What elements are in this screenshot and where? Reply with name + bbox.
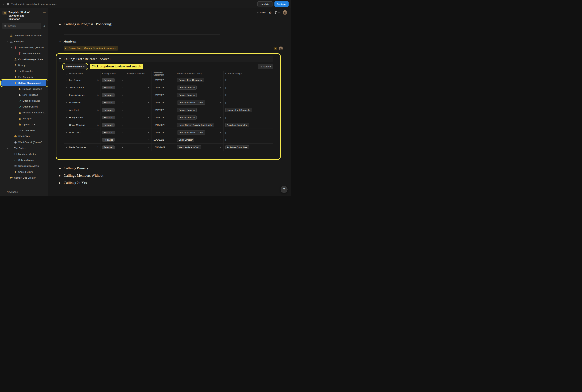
bishopric-member-cell[interactable]: [125, 136, 152, 144]
sidebar-item-template-work-of-salvatio[interactable]: Template: Work of Salvatio...: [1, 33, 46, 39]
released-sacrament-cell[interactable]: 10/9/2022: [152, 129, 175, 136]
table-row[interactable]: Francis Nichols 1 Released 10/9/2022 Pri…: [64, 91, 273, 99]
released-sacrament-cell[interactable]: 10/16/2022: [152, 121, 175, 128]
table-row[interactable]: Nevin Price 2 Released 10/9/2022 Primary…: [64, 129, 273, 144]
collapsed-triangle-icon[interactable]: ▶: [59, 167, 64, 170]
released-sacrament-cell[interactable]: 10/9/2022: [152, 84, 175, 91]
released-sacrament-cell[interactable]: 10/9/2022: [152, 76, 175, 84]
workspace-header[interactable]: Template: Work of Salvation and Exaltati…: [0, 8, 48, 22]
toggle-analysis[interactable]: ▼ Analysis: [59, 39, 283, 44]
proposed-calling-pill[interactable]: Primary Activities Leader: [177, 130, 205, 134]
calling-status-cell[interactable]: Released: [100, 76, 125, 84]
member-name[interactable]: Lee Owens: [69, 79, 81, 81]
status-pill[interactable]: Released: [102, 108, 115, 112]
sidebar-item-members-master[interactable]: Members Master: [1, 151, 46, 157]
member-name[interactable]: Tobias Garner: [69, 86, 84, 89]
table-entry-row[interactable]: Released 10/9/2022 Primary Teacher [ ]: [100, 114, 273, 121]
proposed-release-calling-cell[interactable]: Choir Director: [175, 136, 224, 144]
expand-chevron-icon[interactable]: [11, 82, 13, 84]
current-callings-cell[interactable]: [ ]: [224, 129, 273, 136]
toggle-callings-primary[interactable]: ▶ Callings Primary: [59, 166, 283, 170]
collapsed-triangle-icon[interactable]: ▶: [59, 174, 64, 177]
sidebar-item-youth-interviews[interactable]: Youth Interviews: [1, 128, 46, 134]
member-name-cell[interactable]: Tobias Garner 1: [64, 84, 100, 91]
row-expand-chevron-icon[interactable]: [65, 124, 67, 126]
member-name[interactable]: Merle Contreras: [69, 146, 86, 148]
status-pill[interactable]: Released: [102, 116, 115, 119]
sidebar-item-set-apart[interactable]: Set Apart: [1, 116, 46, 122]
table-row[interactable]: Tobias Garner 1 Released 10/9/2022 Prima…: [64, 84, 273, 91]
sidebar-item-organization-admin[interactable]: Organization Admin: [1, 163, 46, 169]
chevron-down-icon[interactable]: [121, 94, 123, 96]
proposed-calling-pill[interactable]: Ward Assistant Clerk: [177, 145, 201, 149]
calling-status-cell[interactable]: Released: [100, 129, 125, 136]
member-name-cell[interactable]: Ann Peck 1: [64, 106, 100, 114]
sidebar-item-bishopric[interactable]: Bishopric: [1, 39, 46, 44]
status-pill[interactable]: Released: [102, 78, 115, 82]
table-entry-row[interactable]: Released 10/9/2022 Primary First Counsel…: [100, 76, 273, 84]
table-entry-row[interactable]: Released 10/9/2022 Choir Director [ ]: [100, 136, 273, 144]
table-row[interactable]: Drew Mayo 1 Released 10/9/2022 Primary A…: [64, 99, 273, 106]
chevron-down-icon[interactable]: [148, 102, 150, 104]
member-name[interactable]: Oscar Manning: [69, 124, 85, 126]
chevron-down-icon[interactable]: [121, 79, 123, 81]
member-name[interactable]: Drew Mayo: [69, 101, 81, 104]
bishopric-member-cell[interactable]: [125, 76, 152, 84]
collapse-sidebar-icon[interactable]: «: [41, 24, 46, 28]
proposed-release-calling-cell[interactable]: Primary Activities Leader: [175, 99, 224, 106]
sidebar-item-2nd-counselor[interactable]: 2nd Counselor: [1, 74, 46, 80]
member-name-cell[interactable]: Francis Nichols 1: [64, 91, 100, 98]
gear-icon[interactable]: ⚙: [269, 11, 272, 14]
expanded-triangle-icon[interactable]: ▼: [59, 58, 64, 60]
status-pill[interactable]: Released: [102, 93, 115, 97]
sidebar-item-release-proposals[interactable]: Release Proposals: [1, 86, 46, 92]
status-pill[interactable]: Released: [102, 138, 115, 142]
proposed-release-calling-cell[interactable]: Primary Activities Leader: [175, 129, 224, 136]
sidebar-item-extend-releases[interactable]: Extend Releases: [1, 98, 46, 104]
calling-status-cell[interactable]: Released: [100, 99, 125, 106]
bishopric-member-cell[interactable]: [125, 129, 152, 136]
sidebar-item-callings-master[interactable]: Callings Master: [1, 157, 46, 163]
chevron-down-icon[interactable]: [121, 139, 123, 141]
member-name-cell[interactable]: Drew Mayo 1: [64, 99, 100, 106]
status-pill[interactable]: Released: [102, 131, 115, 134]
chevron-down-icon[interactable]: [220, 146, 222, 148]
sidebar-item-release-sustain-s[interactable]: Release & Sustain S...: [1, 110, 46, 116]
current-callings-cell[interactable]: [ ]: [224, 136, 273, 144]
sidebar-item-sacrament-mtg-simple[interactable]: Sacrament Mtg (Simple): [1, 44, 46, 50]
bishopric-member-cell[interactable]: [125, 144, 152, 151]
table-entry-row[interactable]: Released 10/16/2022 Relief Society Activ…: [100, 121, 273, 128]
chevron-down-icon[interactable]: [220, 132, 222, 134]
expand-chevron-icon[interactable]: [11, 46, 13, 48]
proposed-release-calling-cell[interactable]: Primary Teacher: [175, 91, 224, 98]
sidebar-item-contact-doc-creator[interactable]: Contact Doc Creator: [1, 175, 46, 181]
table-entry-row[interactable]: Released 10/9/2022 Primary Teacher [ ]: [100, 84, 273, 91]
table-row[interactable]: Merle Contreras 1 Released 10/16/2022 Wa…: [64, 144, 273, 151]
chevron-down-icon[interactable]: [148, 124, 150, 126]
chevron-down-icon[interactable]: [148, 116, 150, 118]
status-pill[interactable]: Released: [102, 123, 115, 127]
expand-chevron-icon[interactable]: [6, 147, 8, 149]
row-expand-chevron-icon[interactable]: [65, 102, 67, 104]
calling-status-cell[interactable]: Released: [100, 114, 125, 121]
calling-status-cell[interactable]: Released: [100, 136, 125, 144]
toggle-callings-in-progress[interactable]: ▶ Callings in Progress {Pondering}: [59, 22, 283, 26]
user-avatar[interactable]: [283, 10, 287, 15]
proposed-calling-pill[interactable]: Primary Activities Leader: [177, 100, 205, 104]
chevron-down-icon[interactable]: [220, 124, 222, 126]
table-entry-row[interactable]: Released 10/9/2022 Primary Activities Le…: [100, 99, 273, 106]
proposed-calling-pill[interactable]: Relief Society Activity Coordinator: [177, 123, 214, 127]
settings-button[interactable]: Settings: [274, 2, 289, 7]
proposed-calling-pill[interactable]: Primary Teacher: [177, 116, 197, 120]
chevron-down-icon[interactable]: [220, 139, 222, 141]
proposed-release-calling-cell[interactable]: Ward Assistant Clerk: [175, 144, 224, 151]
current-callings-cell[interactable]: [ ]: [224, 84, 273, 91]
column-header-released-sacrament[interactable]: Released Sacrament: [152, 71, 175, 76]
chevron-down-icon[interactable]: [121, 124, 123, 126]
search-box[interactable]: [2, 23, 41, 29]
column-header-bishopric-member[interactable]: Bishopric Member: [125, 71, 152, 76]
proposed-calling-pill[interactable]: Primary Teacher: [177, 108, 197, 112]
chevron-down-icon[interactable]: [148, 132, 150, 134]
back-chevron-icon[interactable]: [2, 3, 5, 6]
sidebar-item-bishop[interactable]: Bishop: [1, 62, 46, 68]
